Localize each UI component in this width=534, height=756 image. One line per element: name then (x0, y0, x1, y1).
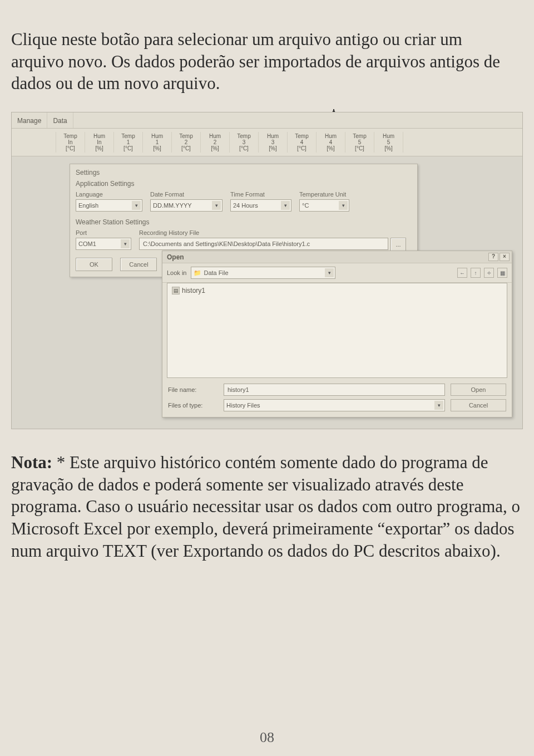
intro-paragraph: Clique neste botão para selecionar um ar… (11, 28, 512, 95)
chevron-down-icon: ▾ (339, 201, 348, 210)
header-temp-in: TempIn[°C] (56, 132, 85, 153)
time-format-select[interactable]: 24 Hours ▾ (230, 199, 291, 212)
history-file-label: Recording History File (139, 229, 412, 236)
date-format-select[interactable]: DD.MM.YYYY ▾ (150, 199, 222, 212)
open-button[interactable]: Open (451, 384, 506, 396)
file-list[interactable]: ▤ history1 (167, 283, 507, 378)
temperature-unit-label: Temperature Unit (299, 191, 349, 198)
note-text: * Este arquivo histórico contém somente … (11, 453, 520, 561)
new-folder-icon[interactable]: ✧ (484, 268, 494, 278)
application-screenshot: Manage Data TempIn[°C] HumIn[%] Temp1[°C… (11, 112, 523, 429)
open-toolbar: Look in 📁 Data File ▾ ← ↑ ✧ ▦ (162, 263, 512, 283)
open-dialog-title: Open (167, 253, 184, 261)
help-button[interactable]: ? (488, 253, 498, 261)
time-format-label: Time Format (230, 191, 291, 198)
close-button[interactable]: × (500, 253, 510, 261)
date-format-label: Date Format (150, 191, 222, 198)
weather-station-settings-title: Weather Station Settings (76, 218, 412, 226)
header-hum-in: HumIn[%] (85, 132, 114, 153)
open-file-dialog: Open ? × Look in 📁 Data File ▾ ← ↑ ✧ ▦ (162, 251, 512, 418)
header-hum-1: Hum1[%] (143, 132, 172, 153)
header-blank (13, 132, 56, 153)
folder-icon: 📁 (194, 269, 201, 277)
chevron-down-icon: ▾ (121, 239, 130, 248)
table-headers: TempIn[°C] HumIn[%] Temp1[°C] Hum1[%] Te… (12, 129, 522, 156)
header-temp-4: Temp4[°C] (288, 132, 317, 153)
note-paragraph: Nota: * Este arquivo histórico contém so… (11, 451, 523, 562)
files-of-type-label: Files of type: (168, 402, 218, 409)
chevron-down-icon: ▾ (434, 401, 443, 410)
header-temp-2: Temp2[°C] (172, 132, 201, 153)
views-icon[interactable]: ▦ (497, 268, 507, 278)
temperature-unit-select[interactable]: °C ▾ (299, 199, 349, 212)
file-name-label: File name: (168, 386, 218, 393)
tab-data[interactable]: Data (47, 112, 73, 128)
settings-tab[interactable]: Settings (76, 169, 412, 176)
file-icon: ▤ (172, 287, 180, 294)
chevron-down-icon: ▾ (212, 201, 221, 210)
chevron-down-icon: ▾ (325, 268, 334, 277)
header-temp-3: Temp3[°C] (230, 132, 259, 153)
cancel-open-button[interactable]: Cancel (451, 399, 506, 411)
look-in-label: Look in (167, 269, 186, 276)
chevron-down-icon: ▾ (132, 201, 141, 210)
files-of-type-select[interactable]: History Files ▾ (224, 399, 445, 411)
application-settings-title: Application Settings (76, 180, 412, 188)
open-dialog-titlebar: Open ? × (162, 251, 512, 263)
port-label: Port (76, 229, 131, 236)
file-name-input[interactable]: history1 (224, 384, 445, 396)
main-tabs-row: Manage Data (12, 112, 522, 129)
tab-manage[interactable]: Manage (12, 112, 47, 128)
header-hum-5: Hum5[%] (374, 132, 403, 153)
look-in-select[interactable]: 📁 Data File ▾ (191, 267, 335, 279)
header-hum-2: Hum2[%] (201, 132, 230, 153)
page-number: 08 (0, 729, 534, 746)
browse-file-button[interactable]: ... (390, 238, 406, 251)
language-select[interactable]: English ▾ (76, 199, 142, 212)
language-label: Language (76, 191, 142, 198)
header-temp-5: Temp5[°C] (345, 132, 374, 153)
header-temp-1: Temp1[°C] (114, 132, 143, 153)
back-icon[interactable]: ← (457, 268, 467, 278)
chevron-down-icon: ▾ (281, 201, 290, 210)
history-file-input[interactable]: C:\Documents and Settings\KEN\Desktop\Da… (139, 238, 388, 250)
cancel-button[interactable]: Cancel (120, 258, 157, 271)
header-hum-4: Hum4[%] (317, 132, 345, 153)
up-one-level-icon[interactable]: ↑ (471, 268, 481, 278)
note-label: Nota: (11, 453, 52, 472)
file-item[interactable]: ▤ history1 (172, 287, 502, 294)
port-select[interactable]: COM1 ▾ (76, 238, 131, 250)
ok-button[interactable]: OK (76, 258, 112, 271)
header-hum-3: Hum3[%] (259, 132, 288, 153)
